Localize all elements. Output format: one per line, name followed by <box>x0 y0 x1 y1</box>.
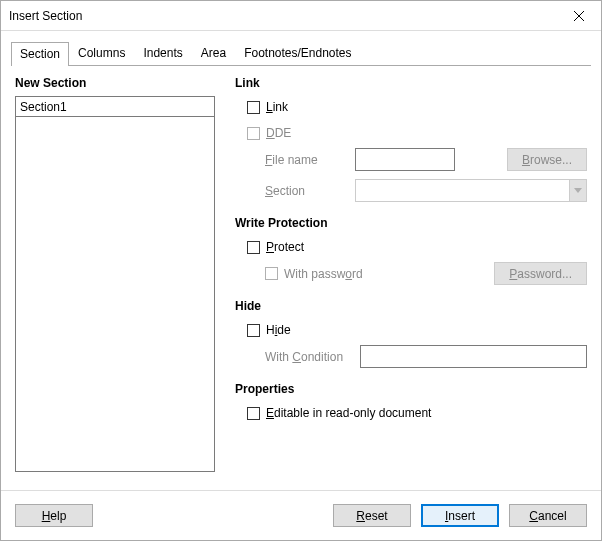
tab-section[interactable]: Section <box>11 42 69 66</box>
dde-checkbox <box>247 127 260 140</box>
link-group: Link Link DDE File name Browse... Sectio… <box>235 76 587 202</box>
tab-footnotes-endnotes[interactable]: Footnotes/Endnotes <box>235 41 360 65</box>
help-button[interactable]: Help <box>15 504 93 527</box>
hide-checkbox[interactable] <box>247 324 260 337</box>
properties-group: Properties Editable in read-only documen… <box>235 382 587 424</box>
reset-button[interactable]: Reset <box>333 504 411 527</box>
title-bar: Insert Section <box>1 1 601 31</box>
hide-heading: Hide <box>235 299 587 313</box>
hide-group: Hide Hide With Condition <box>235 299 587 368</box>
hide-label: Hide <box>266 323 291 337</box>
window-title: Insert Section <box>9 9 557 23</box>
with-password-checkbox <box>265 267 278 280</box>
new-section-panel: New Section <box>15 76 215 472</box>
close-button[interactable] <box>557 1 601 31</box>
tab-columns[interactable]: Columns <box>69 41 134 65</box>
close-icon <box>574 11 584 21</box>
cancel-button[interactable]: Cancel <box>509 504 587 527</box>
insert-button[interactable]: Insert <box>421 504 499 527</box>
protect-label: Protect <box>266 240 304 254</box>
browse-button: Browse... <box>507 148 587 171</box>
section-combo <box>355 179 587 202</box>
file-name-label: File name <box>265 153 340 167</box>
link-checkbox[interactable] <box>247 101 260 114</box>
protect-checkbox[interactable] <box>247 241 260 254</box>
section-combo-button <box>569 179 587 202</box>
file-name-input <box>355 148 455 171</box>
dialog-button-bar: Help Reset Insert Cancel <box>1 490 601 540</box>
new-section-heading: New Section <box>15 76 215 90</box>
properties-heading: Properties <box>235 382 587 396</box>
with-password-label: With password <box>284 267 363 281</box>
tab-bar: Section Columns Indents Area Footnotes/E… <box>11 41 591 66</box>
write-protection-heading: Write Protection <box>235 216 587 230</box>
write-protection-group: Write Protection Protect With password P… <box>235 216 587 285</box>
with-condition-label: With Condition <box>265 350 360 364</box>
editable-readonly-checkbox[interactable] <box>247 407 260 420</box>
options-panel: Link Link DDE File name Browse... Sectio… <box>235 76 587 472</box>
password-button: Password... <box>494 262 587 285</box>
tab-content: New Section Link Link DDE File name Brow… <box>1 66 601 472</box>
dde-label: DDE <box>266 126 291 140</box>
editable-readonly-label: Editable in read-only document <box>266 406 431 420</box>
section-list[interactable] <box>15 116 215 472</box>
link-label: Link <box>266 100 288 114</box>
section-combo-label: Section <box>265 184 340 198</box>
tab-area[interactable]: Area <box>192 41 235 65</box>
tab-indents[interactable]: Indents <box>134 41 191 65</box>
condition-input <box>360 345 587 368</box>
link-heading: Link <box>235 76 587 90</box>
section-combo-input <box>355 179 569 202</box>
section-name-input[interactable] <box>15 96 215 117</box>
chevron-down-icon <box>574 188 582 193</box>
